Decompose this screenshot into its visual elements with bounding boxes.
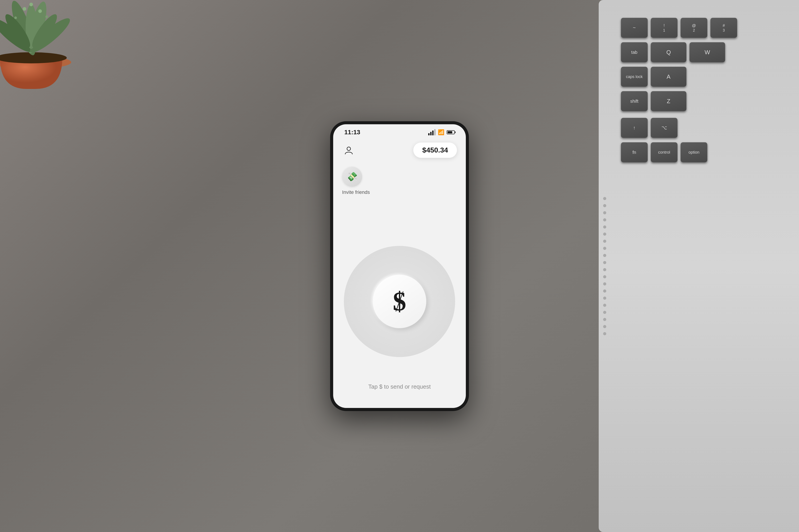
status-bar: 11:13 📶	[333, 124, 466, 138]
keyboard-row-2: tab Q W	[621, 42, 790, 62]
dollar-sign: $	[393, 288, 406, 315]
invite-label: Invite friends	[342, 189, 370, 195]
key-tab: tab	[621, 42, 648, 62]
invite-section: 💸 Invite friends	[342, 167, 457, 195]
plant-decoration	[0, 0, 116, 93]
key-tilde: ~	[621, 18, 648, 38]
key-w: W	[690, 42, 725, 62]
balance-amount: $450.34	[422, 146, 448, 154]
keyboard-row-5: ↑ ⌥	[621, 118, 790, 138]
invite-avatar[interactable]: 💸	[342, 167, 362, 187]
keyboard-row-1: ~ !1 @2 #3	[621, 18, 790, 38]
key-up-arrow: ↑	[621, 118, 648, 138]
tap-text: Tap $ to send or request	[368, 383, 431, 390]
battery-icon	[447, 130, 455, 134]
key-a: A	[651, 67, 686, 87]
key-control: control	[651, 142, 677, 162]
circle-area: $ Tap $ to send or request	[342, 200, 457, 403]
key-alt-arrow: ⌥	[651, 118, 677, 138]
balance-pill[interactable]: $450.34	[413, 142, 457, 158]
wifi-icon: 📶	[438, 129, 444, 135]
app-content: $450.34 💸 Invite friends $	[333, 138, 466, 408]
outer-circle: $	[344, 246, 455, 357]
svg-point-14	[347, 147, 350, 151]
key-at: @2	[680, 18, 707, 38]
top-bar: $450.34	[342, 142, 457, 158]
status-time: 11:13	[344, 129, 360, 136]
svg-point-12	[46, 15, 48, 18]
tap-instruction: Tap $ to send or request	[342, 383, 457, 390]
key-option: option	[680, 142, 707, 162]
phone: 11:13 📶	[330, 121, 469, 411]
svg-point-13	[30, 3, 33, 6]
key-shift: shift	[621, 91, 648, 111]
key-q: Q	[651, 42, 686, 62]
key-z: Z	[651, 91, 686, 111]
phone-screen: 11:13 📶	[333, 124, 466, 408]
key-exclaim: !1	[651, 18, 677, 38]
svg-point-10	[38, 10, 42, 13]
svg-point-11	[14, 16, 17, 19]
invite-emoji: 💸	[347, 171, 358, 182]
profile-icon	[344, 145, 353, 155]
key-hash: #3	[710, 18, 737, 38]
svg-point-9	[23, 7, 26, 11]
send-request-button[interactable]: $	[373, 275, 426, 328]
profile-button[interactable]	[342, 144, 356, 157]
keyboard-row-3: caps lock A	[621, 67, 790, 87]
key-fn: fn	[621, 142, 648, 162]
key-capslock: caps lock	[621, 67, 648, 87]
signal-icon	[428, 129, 436, 135]
laptop-keyboard: ~ !1 @2 #3 tab Q W caps lock A shift Z	[577, 0, 799, 532]
keyboard-row-6: fn control option	[621, 142, 790, 162]
status-icons: 📶	[428, 129, 455, 135]
keyboard-row-4: shift Z	[621, 91, 790, 111]
